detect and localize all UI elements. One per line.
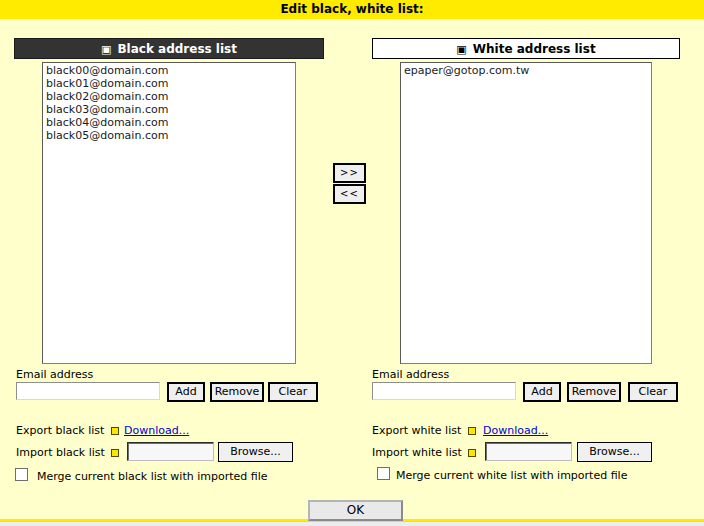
white-email-address-label: Email address [372,368,449,381]
list-item[interactable]: black04@domain.com [46,116,295,129]
black-email-input[interactable] [16,382,160,400]
black-clear-button[interactable]: Clear [268,382,318,402]
edit-black-white-list-dialog: Edit black, white list: ▣Black address l… [0,0,704,526]
black-import-file-input[interactable] [127,442,214,461]
list-item[interactable]: black03@domain.com [46,103,295,116]
page-title: Edit black, white list: [0,0,704,19]
list-item[interactable]: black01@domain.com [46,77,295,90]
list-item[interactable]: black02@domain.com [46,90,295,103]
bottom-strip [0,521,704,526]
export-white-option-square-icon[interactable] [468,427,476,435]
black-add-button[interactable]: Add [167,382,205,402]
white-list-header[interactable]: ▣White address list [372,38,680,59]
white-download-link[interactable]: Download... [483,424,548,437]
import-white-list-label: Import white list [372,446,462,459]
list-item[interactable]: black00@domain.com [46,64,295,77]
white-merge-checkbox[interactable] [377,467,390,480]
black-list-select-icon: ▣ [101,43,111,56]
import-black-list-label: Import black list [16,446,105,459]
black-browse-button[interactable]: Browse... [218,442,293,462]
black-merge-checkbox[interactable] [15,468,28,481]
white-remove-button[interactable]: Remove [567,382,621,402]
white-clear-button[interactable]: Clear [628,382,678,402]
white-list-header-label: White address list [473,42,596,56]
list-item[interactable]: black05@domain.com [46,129,295,142]
white-browse-button[interactable]: Browse... [577,442,652,462]
black-address-listbox[interactable]: black00@domain.com black01@domain.com bl… [42,62,296,364]
list-item[interactable]: epaper@gotop.com.tw [404,64,651,77]
white-import-file-input[interactable] [485,442,572,461]
black-merge-label: Merge current black list with imported f… [37,470,268,483]
move-to-black-button[interactable]: << [333,184,366,204]
black-download-link[interactable]: Download... [124,424,189,437]
white-add-button[interactable]: Add [523,382,561,402]
move-to-white-button[interactable]: >> [333,163,366,183]
ok-button[interactable]: OK [308,500,403,521]
black-remove-button[interactable]: Remove [210,382,264,402]
black-email-address-label: Email address [16,368,93,381]
white-address-listbox[interactable]: epaper@gotop.com.tw [400,62,652,364]
black-list-header[interactable]: ▣Black address list [14,38,324,59]
white-merge-label: Merge current white list with imported f… [396,469,627,482]
export-white-list-label: Export white list [372,424,461,437]
export-black-option-square-icon[interactable] [111,427,119,435]
white-email-input[interactable] [372,382,516,400]
import-black-option-square-icon[interactable] [111,449,119,457]
import-white-option-square-icon[interactable] [468,449,476,457]
white-list-select-icon: ▣ [456,43,466,56]
export-black-list-label: Export black list [16,424,104,437]
black-list-header-label: Black address list [117,42,237,56]
